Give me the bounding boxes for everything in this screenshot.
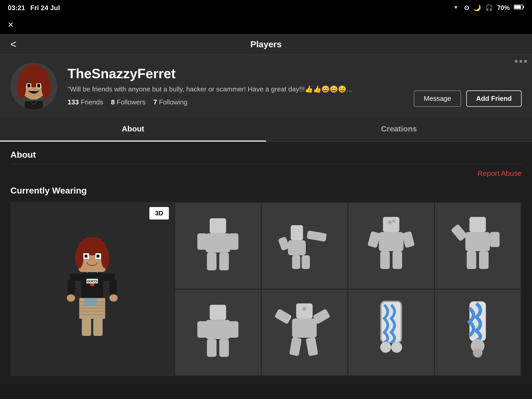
svg-point-8 [17, 76, 26, 99]
svg-rect-49 [229, 233, 238, 250]
svg-rect-16 [25, 101, 43, 109]
svg-point-24 [84, 255, 88, 258]
svg-rect-57 [302, 255, 310, 269]
circle-icon: ⊙ [464, 4, 469, 11]
divider [10, 164, 522, 164]
followers-stat: 8 Followers [111, 98, 145, 106]
add-friend-button[interactable]: Add Friend [466, 90, 522, 107]
svg-point-14 [28, 84, 30, 87]
profile-header: TheSnazzyFerret "Will be friends with an… [0, 55, 532, 117]
more-options[interactable] [515, 60, 527, 63]
moon-icon: 🌙 [473, 4, 481, 11]
svg-point-59 [388, 220, 392, 224]
svg-rect-71 [479, 251, 489, 269]
wifi-icon [452, 4, 460, 12]
report-abuse-container: Report Abuse [10, 169, 522, 178]
svg-rect-76 [207, 339, 217, 357]
list-item[interactable] [435, 203, 521, 289]
currently-wearing-title: Currently Wearing [10, 185, 522, 196]
svg-rect-83 [289, 337, 302, 356]
svg-rect-55 [307, 230, 327, 242]
svg-rect-66 [470, 217, 486, 232]
message-button[interactable]: Message [414, 90, 461, 107]
dot1 [515, 60, 517, 63]
svg-rect-48 [197, 233, 207, 250]
dot2 [520, 60, 522, 63]
status-right: ⊙ 🌙 🎧 70% [452, 4, 524, 12]
list-item[interactable] [435, 290, 521, 375]
following-stat: 7 Following [153, 98, 188, 106]
svg-rect-46 [210, 218, 226, 233]
report-abuse-link[interactable]: Report Abuse [477, 169, 522, 177]
character-preview: 3D [10, 202, 174, 376]
svg-rect-44 [82, 318, 91, 336]
wearing-container: 3D [10, 202, 522, 376]
svg-point-25 [96, 255, 99, 258]
avatar [10, 63, 57, 109]
svg-rect-72 [210, 305, 226, 320]
svg-point-43 [109, 294, 118, 302]
svg-point-60 [392, 219, 396, 223]
profile-actions: Message Add Friend [414, 90, 522, 107]
svg-rect-81 [274, 309, 292, 324]
status-left: 03:21 Fri 24 Jul [8, 4, 60, 12]
svg-rect-85 [381, 302, 401, 343]
friends-stat: 133 Friends [68, 98, 103, 106]
about-title: About [10, 150, 522, 160]
svg-point-91 [473, 348, 483, 358]
btn-3d[interactable]: 3D [149, 207, 169, 220]
date-display: Fri 24 Jul [30, 4, 60, 12]
svg-rect-70 [467, 251, 476, 269]
svg-rect-1 [523, 6, 524, 8]
svg-rect-74 [197, 321, 207, 338]
svg-rect-63 [402, 231, 415, 248]
svg-point-15 [37, 84, 39, 87]
svg-rect-77 [219, 339, 229, 357]
close-button[interactable]: × [8, 19, 14, 30]
svg-rect-39 [68, 280, 75, 295]
list-item[interactable] [175, 203, 261, 289]
svg-rect-38 [70, 274, 81, 281]
back-button[interactable]: < [8, 36, 19, 53]
svg-rect-37 [84, 298, 97, 306]
list-item[interactable] [262, 290, 348, 375]
tab-creations[interactable]: Creations [266, 117, 532, 142]
svg-rect-30 [90, 283, 94, 286]
svg-point-20 [75, 248, 83, 268]
svg-rect-62 [368, 231, 381, 248]
username: TheSnazzyFerret [68, 66, 522, 81]
svg-point-87 [380, 342, 391, 353]
list-item[interactable] [348, 203, 434, 289]
list-item[interactable] [175, 290, 261, 375]
list-item[interactable] [348, 290, 434, 375]
tab-about[interactable]: About [0, 117, 266, 142]
content-area: About Report Abuse Currently Wearing 3D [0, 142, 532, 384]
svg-rect-75 [229, 321, 238, 338]
top-close-row: × [0, 16, 532, 34]
svg-point-79 [302, 307, 307, 311]
svg-rect-47 [205, 233, 230, 252]
svg-rect-73 [205, 320, 230, 339]
svg-rect-84 [306, 337, 318, 356]
nav-bar: < Players [0, 34, 532, 55]
svg-rect-80 [292, 319, 317, 338]
svg-rect-41 [103, 274, 115, 281]
svg-rect-51 [219, 252, 229, 270]
svg-text:GUCCI: GUCCI [87, 280, 97, 283]
svg-rect-58 [383, 217, 399, 232]
time-display: 03:21 [8, 4, 25, 12]
svg-point-21 [101, 248, 109, 268]
svg-rect-50 [207, 252, 217, 270]
svg-rect-61 [379, 232, 403, 251]
svg-rect-53 [288, 240, 306, 255]
svg-rect-68 [451, 224, 468, 242]
svg-rect-56 [292, 255, 301, 269]
tabs-bar: About Creations [0, 117, 532, 142]
svg-point-9 [42, 76, 51, 99]
svg-rect-42 [109, 280, 117, 295]
nav-title: Players [250, 39, 282, 49]
dot3 [524, 60, 527, 63]
headphone-icon: 🎧 [485, 4, 493, 11]
list-item[interactable] [262, 203, 348, 289]
svg-rect-2 [515, 5, 521, 9]
